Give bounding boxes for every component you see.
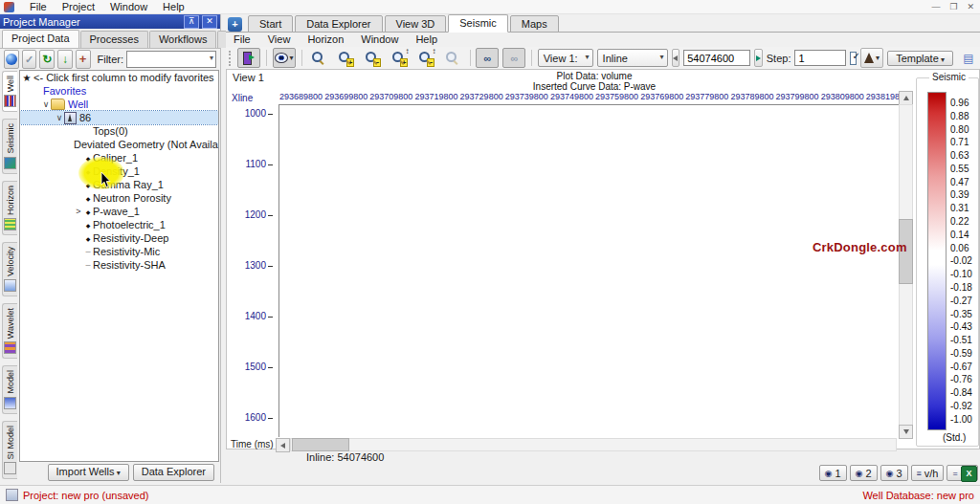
chevron-right-icon[interactable]: > bbox=[74, 207, 83, 216]
slice-position-input[interactable] bbox=[683, 50, 750, 66]
view-toggle-button[interactable]: ◉ 2 bbox=[850, 465, 878, 481]
well-marker-button[interactable]: ▾ bbox=[860, 48, 883, 68]
tree-item-well-folder[interactable]: ∨ Well bbox=[20, 98, 218, 111]
import-arrow-icon[interactable]: ↓ bbox=[57, 50, 73, 69]
scroll-up-button[interactable] bbox=[899, 91, 913, 105]
pin-icon[interactable]: ⊼ bbox=[184, 15, 199, 29]
status-icon bbox=[6, 489, 18, 501]
side-tab[interactable]: Well bbox=[2, 71, 17, 112]
panel-tab[interactable]: Project Data bbox=[2, 30, 79, 48]
seismic-section[interactable] bbox=[278, 104, 911, 437]
inline-status: Inline: 54074600 bbox=[306, 451, 384, 463]
template-button[interactable]: Template bbox=[887, 51, 953, 66]
view-toggle-button[interactable]: ◉ 3 bbox=[880, 465, 908, 481]
menu-item[interactable]: File bbox=[234, 33, 251, 46]
chevron-down-icon[interactable]: ∨ bbox=[55, 113, 64, 122]
toolbar-grip[interactable] bbox=[229, 51, 232, 66]
previous-slice-button[interactable] bbox=[672, 49, 680, 67]
menu-item[interactable]: File bbox=[30, 1, 47, 12]
scroll-down-button[interactable] bbox=[899, 425, 913, 439]
horizontal-scrollbar[interactable] bbox=[290, 438, 897, 451]
exit-view-button[interactable] bbox=[237, 48, 260, 68]
panel-tab[interactable]: Processes bbox=[80, 31, 148, 48]
tree-item[interactable]: Tops(0) bbox=[20, 124, 218, 138]
tree-item-well-86[interactable]: ∨ 86 bbox=[20, 111, 218, 124]
star-icon[interactable]: ★ bbox=[20, 73, 33, 83]
view-toggle-button[interactable]: ◉ 1 bbox=[819, 465, 847, 481]
refresh-icon[interactable]: ↻ bbox=[39, 50, 55, 69]
visibility-button[interactable]: ▾ bbox=[273, 48, 296, 68]
workspace-tab[interactable]: Maps bbox=[510, 15, 559, 33]
workspace-tab[interactable]: Data Explorer bbox=[295, 15, 382, 33]
filter-input[interactable] bbox=[127, 52, 215, 67]
data-explorer-button[interactable]: Data Explorer bbox=[133, 464, 214, 481]
tree-item-favorites[interactable]: Favorites bbox=[20, 84, 218, 98]
side-tab[interactable]: Wavelet bbox=[2, 303, 17, 359]
world-icon[interactable] bbox=[4, 50, 19, 69]
side-tab[interactable]: Seismic bbox=[2, 119, 17, 174]
arrow-down-icon bbox=[903, 429, 909, 434]
menu-item[interactable]: Window bbox=[361, 33, 398, 46]
menu-item[interactable]: Help bbox=[163, 1, 185, 12]
menu-item[interactable]: View bbox=[268, 33, 291, 46]
colorbar-tick-label: 0.63 bbox=[950, 150, 979, 161]
next-slice-button[interactable] bbox=[754, 49, 763, 67]
x-tick-label: 293689800 bbox=[279, 92, 323, 101]
export-icon[interactable] bbox=[961, 466, 977, 482]
menu-item[interactable]: Window bbox=[110, 1, 147, 12]
workspace-tab[interactable]: View 3D bbox=[385, 15, 447, 33]
filter-label: Filter: bbox=[98, 54, 124, 65]
colorbar-unit: (Std.) bbox=[943, 432, 966, 443]
filter-combobox[interactable] bbox=[126, 51, 216, 68]
import-wells-button[interactable]: Import Wells bbox=[48, 464, 129, 481]
menu-item[interactable]: Help bbox=[415, 33, 437, 46]
horizontal-scrollbar-thumb[interactable] bbox=[292, 438, 349, 451]
workspace-tab[interactable]: Start bbox=[248, 15, 293, 33]
link-views-button[interactable]: ∞ bbox=[476, 48, 499, 68]
check-icon[interactable]: ✓ bbox=[22, 50, 37, 69]
tree-item[interactable]: ◆ Gamma Ray_1 bbox=[20, 178, 218, 191]
properties-button[interactable]: ▤ bbox=[957, 48, 980, 68]
zoom-button[interactable] bbox=[307, 48, 330, 68]
slice-type-select[interactable]: Inline bbox=[597, 49, 668, 67]
zoom-in-button[interactable]: + bbox=[334, 48, 357, 68]
scroll-left-button[interactable] bbox=[276, 438, 290, 452]
sync-checkbox[interactable] bbox=[850, 52, 857, 65]
tree-item[interactable]: – Resistivity-SHA bbox=[20, 258, 218, 272]
colorbar-tick-label: -0.76 bbox=[950, 374, 979, 384]
side-tab[interactable]: Model bbox=[2, 365, 17, 414]
view-select[interactable]: View 1: bbox=[538, 49, 593, 67]
add-tab-button[interactable]: + bbox=[228, 17, 242, 32]
tree-item[interactable]: ◆ Neutron Porosity bbox=[20, 191, 218, 205]
add-icon[interactable]: + bbox=[76, 50, 91, 69]
zoom-out-axis-button[interactable]: −↕ bbox=[414, 48, 437, 68]
tree-item[interactable]: ◆ Photoelectric_1 bbox=[20, 218, 218, 231]
x-tick-label: 293789800 bbox=[730, 92, 773, 101]
close-icon[interactable]: ✕ bbox=[202, 15, 217, 29]
zoom-out-button[interactable]: − bbox=[361, 48, 384, 68]
minimize-button[interactable]: — bbox=[931, 1, 940, 12]
chevron-down-icon[interactable]: ∨ bbox=[41, 99, 51, 109]
unlink-views-button[interactable]: ∞ bbox=[502, 48, 525, 68]
colorbar-tick-label: 0.14 bbox=[950, 230, 979, 240]
workspace-tab[interactable]: Seismic bbox=[448, 14, 508, 33]
tree-item[interactable]: ◆ Caliper_1 bbox=[20, 151, 218, 164]
side-tab[interactable]: Horizon bbox=[2, 181, 17, 235]
close-button[interactable]: ✕ bbox=[967, 1, 974, 12]
panel-tab[interactable]: Workflows bbox=[149, 31, 217, 48]
menu-item[interactable]: Project bbox=[62, 1, 95, 12]
zoom-in-axis-button[interactable]: +↕ bbox=[388, 48, 411, 68]
tree-item[interactable]: ◆ Resistivity-Deep bbox=[20, 231, 218, 245]
step-input[interactable] bbox=[794, 50, 846, 66]
tree-item[interactable]: Deviated Geometry (Not Availa... bbox=[20, 138, 218, 151]
view-toggle-button[interactable]: ≡ v/h bbox=[911, 465, 945, 481]
tree-item[interactable]: – Resistivity-Mic bbox=[20, 245, 218, 258]
tree-item[interactable]: ◆ Density_1 bbox=[20, 164, 218, 178]
zoom-reset-button bbox=[441, 48, 464, 68]
restore-button[interactable]: ❐ bbox=[949, 1, 957, 12]
status-bar: Project: new pro (unsaved) Well Database… bbox=[0, 485, 980, 504]
menu-item[interactable]: Horizon bbox=[307, 33, 344, 46]
side-tab[interactable]: Velocity bbox=[2, 242, 17, 296]
log-bullet-icon: ◆ bbox=[83, 235, 93, 242]
tree-item[interactable]: > ◆ P-wave_1 bbox=[20, 205, 218, 218]
